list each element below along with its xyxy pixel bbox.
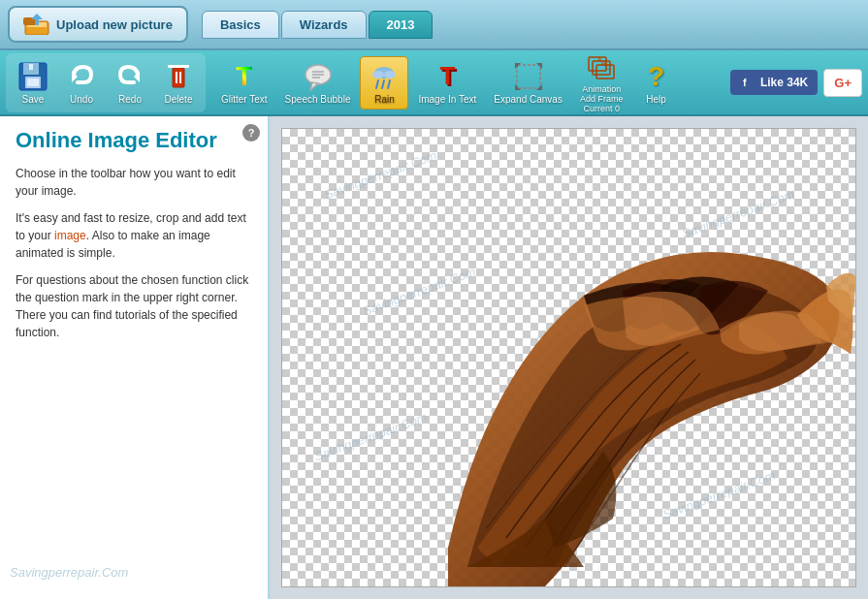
sidebar-para-1: Choose in the toolbar how you want to ed… — [16, 165, 252, 200]
svg-rect-10 — [29, 64, 33, 70]
canvas-area[interactable]: Savingperrepair.Com Savingperrepair.Com … — [270, 116, 868, 599]
delete-icon — [163, 61, 194, 92]
save-label: Save — [22, 94, 45, 105]
upload-button[interactable]: Upload new picture — [8, 6, 188, 43]
image-in-text-icon: T — [432, 61, 463, 92]
main-content: ? Online Image Editor Choose in the tool… — [0, 116, 868, 599]
help-button[interactable]: ? Help — [632, 57, 679, 109]
image-in-text-label: Image In Text — [418, 94, 476, 105]
tab-group: Basics Wizards 2013 — [202, 11, 434, 39]
svg-line-27 — [382, 80, 384, 88]
social-area: f Like 34K G+ — [730, 69, 862, 97]
speech-bubble-button[interactable]: Speech Bubble — [277, 57, 359, 109]
speech-bubble-label: Speech Bubble — [285, 94, 351, 105]
undo-button[interactable]: Undo — [58, 57, 105, 109]
tab-basics[interactable]: Basics — [202, 11, 279, 39]
animation-label-line1: Animation — [582, 84, 621, 94]
animation-icon: A B C — [586, 51, 617, 82]
rain-icon — [369, 61, 400, 92]
sidebar: ? Online Image Editor Choose in the tool… — [0, 116, 270, 599]
expand-canvas-icon — [513, 61, 544, 92]
svg-point-25 — [384, 71, 396, 79]
svg-line-28 — [388, 80, 390, 88]
glitter-text-label: Glitter Text — [221, 94, 268, 105]
speech-bubble-icon — [303, 61, 334, 92]
svg-rect-17 — [168, 65, 189, 68]
svg-marker-19 — [310, 82, 318, 90]
tab-wizards[interactable]: Wizards — [281, 11, 367, 39]
upload-icon — [23, 14, 50, 35]
sidebar-para-2: It's easy and fast to resize, crop and a… — [16, 209, 252, 262]
bird-image — [390, 179, 855, 586]
svg-line-26 — [376, 80, 378, 88]
toolbar-left-group: Save Undo Redo — [6, 53, 206, 112]
glitter-text-button[interactable]: T Glitter Text — [213, 57, 275, 109]
animation-button[interactable]: A B C Animation Add Frame Current 0 — [572, 47, 631, 117]
svg-text:C: C — [605, 64, 610, 71]
sidebar-title: Online Image Editor — [16, 128, 252, 153]
svg-rect-9 — [27, 79, 39, 86]
svg-rect-29 — [517, 65, 540, 88]
help-icon: ? — [640, 61, 671, 92]
svg-rect-14 — [173, 68, 184, 87]
glitter-text-icon: T — [229, 61, 260, 92]
redo-button[interactable]: Redo — [107, 57, 153, 109]
toolbar: Save Undo Redo — [0, 50, 868, 116]
svg-marker-33 — [536, 84, 542, 90]
expand-canvas-label: Expand Canvas — [494, 94, 563, 105]
sidebar-watermark: Savingperrepair.Com — [10, 565, 128, 580]
save-icon — [17, 61, 48, 92]
highlight-image: image — [54, 229, 86, 242]
undo-icon — [66, 61, 97, 92]
gplus-button[interactable]: G+ — [823, 69, 862, 97]
tab-2013[interactable]: 2013 — [369, 11, 434, 39]
save-button[interactable]: Save — [10, 57, 56, 109]
redo-icon — [114, 61, 145, 92]
facebook-like-button[interactable]: f Like 34K — [730, 70, 818, 95]
help-label: Help — [646, 94, 666, 105]
svg-rect-5 — [35, 18, 39, 25]
redo-label: Redo — [118, 94, 142, 105]
svg-text:f: f — [743, 77, 747, 88]
rain-label: Rain — [374, 94, 395, 105]
gplus-label: G+ — [834, 76, 852, 90]
image-in-text-button[interactable]: T Image In Text — [410, 57, 484, 109]
help-corner-icon[interactable]: ? — [242, 124, 260, 142]
undo-label: Undo — [70, 94, 93, 105]
top-bar: Upload new picture Basics Wizards 2013 — [0, 0, 868, 50]
canvas-container: Savingperrepair.Com Savingperrepair.Com … — [281, 128, 856, 587]
delete-label: Delete — [165, 94, 193, 105]
upload-label: Upload new picture — [56, 17, 173, 32]
expand-canvas-button[interactable]: Expand Canvas — [486, 57, 570, 109]
sidebar-para-3: For questions about the chosen function … — [16, 271, 252, 341]
rain-button[interactable]: Rain — [360, 56, 408, 110]
animation-label-line2: Add Frame — [580, 94, 624, 104]
delete-button[interactable]: Delete — [155, 57, 202, 109]
svg-point-24 — [372, 71, 384, 79]
animation-label-line3: Current 0 — [583, 104, 620, 113]
facebook-label: Like 34K — [760, 76, 808, 89]
